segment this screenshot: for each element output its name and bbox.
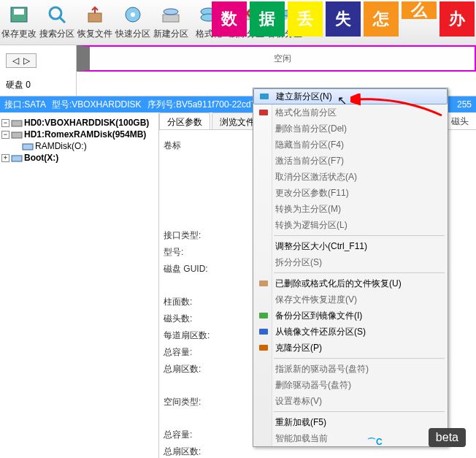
recover-file-button[interactable]: 恢复文件 — [76, 0, 114, 45]
toolbar-label: 保存更改 — [1, 28, 37, 40]
quick-partition-button[interactable]: 快速分区 — [114, 0, 152, 45]
menu-item[interactable]: 备份分区到镜像文件(I) — [253, 308, 448, 324]
svg-rect-18 — [260, 93, 269, 99]
menu-item[interactable]: 从镜像文件还原分区(S) — [253, 324, 448, 340]
back-icon: ◁ — [12, 56, 19, 66]
new-partition-button[interactable]: 新建分区 — [152, 0, 190, 45]
menu-item: 指派新的驱动器号(盘符) — [253, 361, 448, 377]
tree-item-hd1[interactable]: −HD1:RomexRAMDisk(954MB) — [1, 129, 157, 140]
tab-partition-params[interactable]: 分区参数 — [159, 112, 210, 129]
menu-item-label: 隐藏当前分区(F4) — [275, 139, 344, 151]
svg-line-3 — [60, 18, 65, 23]
menu-item-label: 激活当前分区(F7) — [275, 155, 344, 167]
menu-item: 转换为逻辑分区(L) — [253, 217, 448, 233]
status-interface: 接口:SATA — [4, 99, 46, 111]
pcbeta-logo: ⌒C beta — [367, 423, 466, 452]
menu-item-label: 转换为主分区(M) — [275, 203, 341, 215]
search-partition-button[interactable]: 搜索分区 — [38, 0, 76, 45]
fwd-icon: ▷ — [23, 56, 30, 66]
svg-rect-20 — [259, 280, 268, 286]
svg-rect-19 — [259, 110, 268, 115]
menu-item-label: 格式化当前分区 — [275, 107, 337, 119]
svg-rect-4 — [88, 13, 101, 22]
tree-item-boot[interactable]: +Boot(X:) — [1, 152, 157, 164]
bak-icon — [258, 310, 269, 321]
menu-item-label: 更改分区参数(F11) — [275, 187, 349, 199]
menu-item: 设置卷标(V) — [253, 393, 448, 409]
drive-icon — [11, 153, 23, 163]
menu-item[interactable]: 调整分区大小(Ctrl_F11) — [253, 238, 448, 254]
save-button[interactable]: 保存更改 — [0, 0, 38, 45]
svg-point-8 — [164, 9, 178, 15]
menu-separator — [274, 358, 445, 359]
logo-beta-badge: beta — [429, 428, 466, 447]
menu-item: 删除当前分区(Del) — [253, 121, 448, 137]
menu-separator — [274, 411, 445, 412]
menu-item-label: 智能加载当前 — [275, 432, 328, 445]
free-space-label: 空闲 — [274, 53, 291, 65]
svg-rect-21 — [259, 313, 268, 318]
nav-arrows[interactable]: ◁▷ — [6, 53, 37, 68]
menu-item-label: 保存文件恢复进度(V) — [275, 294, 357, 306]
svg-rect-22 — [259, 329, 268, 335]
disk-map-free[interactable]: 空闲 — [77, 45, 476, 72]
banner-char: 丢 — [288, 1, 323, 37]
logo-icon: ⌒C — [367, 423, 426, 452]
tree-item-hd0[interactable]: −HD0:VBOXHARDDISK(100GB) — [1, 117, 157, 129]
status-serial: 序列号:BV5a911f700-22cd7f — [147, 99, 258, 111]
menu-separator — [274, 272, 445, 273]
rec-icon — [258, 278, 269, 289]
menu-item[interactable]: 已删除或格式化后的文件恢复(U) — [253, 275, 448, 291]
banner-char: 数 — [212, 1, 247, 37]
menu-item: 转换为主分区(M) — [253, 201, 448, 217]
menu-separator — [274, 235, 445, 236]
status-model: 型号:VBOXHARDDISK — [52, 99, 142, 111]
menu-item[interactable]: 克隆分区(P) — [253, 340, 448, 356]
svg-rect-7 — [163, 15, 179, 22]
menu-item: 隐藏当前分区(F4) — [253, 137, 448, 153]
disk-icon — [11, 129, 23, 140]
menu-item[interactable]: 建立新分区(N) — [253, 88, 448, 104]
tree-item-ramdisk[interactable]: RAMDisk(O:) — [1, 140, 157, 152]
menu-item: 更改分区参数(F11) — [253, 185, 448, 201]
tree-label: RAMDisk(O:) — [35, 141, 87, 151]
banner-char: 办 — [439, 1, 475, 37]
disk-label: 硬盘 0 — [6, 72, 76, 91]
tree-label: Boot(X:) — [24, 153, 58, 163]
menu-item-label: 已删除或格式化后的文件恢复(U) — [275, 278, 402, 290]
menu-item-label: 重新加载(F5) — [275, 416, 326, 429]
expand-icon[interactable]: + — [1, 154, 9, 162]
toolbar-label: 新建分区 — [153, 28, 188, 40]
menu-item-label: 设置卷标(V) — [275, 395, 322, 408]
menu-item-label: 从镜像文件还原分区(S) — [275, 326, 366, 338]
menu-item-label: 删除当前分区(Del) — [275, 123, 347, 135]
disk-icon — [258, 91, 270, 102]
menu-item-label: 备份分区到镜像文件(I) — [275, 310, 362, 322]
menu-item-label: 拆分分区(S) — [275, 256, 322, 269]
x-icon — [258, 107, 269, 118]
res-icon — [258, 326, 269, 337]
menu-item-label: 指派新的驱动器号(盘符) — [275, 363, 369, 375]
menu-item-label: 取消分区激活状态(A) — [275, 171, 357, 183]
tree-label: HD0:VBOXHARDDISK(100GB) — [24, 118, 149, 128]
main-toolbar: 保存更改 搜索分区 恢复文件 快速分区 新建分区 格式化 删除分区 备份分区 数… — [0, 0, 476, 45]
toolbar-label: 恢复文件 — [77, 28, 112, 40]
ad-banner[interactable]: 数 据 丢 失 怎 么 办 — [210, 0, 476, 45]
menu-item-label: 转换为逻辑分区(L) — [275, 219, 348, 232]
disk-tree: −HD0:VBOXHARDDISK(100GB) −HD1:RomexRAMDi… — [0, 112, 159, 458]
menu-item-label: 克隆分区(P) — [275, 342, 322, 354]
menu-item-label: 删除驱动器号(盘符) — [275, 379, 351, 392]
drive-icon — [22, 141, 34, 151]
menu-item: 删除驱动器号(盘符) — [253, 377, 448, 393]
menu-item: 拆分分区(S) — [253, 254, 448, 270]
collapse-icon[interactable]: − — [1, 131, 9, 139]
menu-item: 格式化当前分区 — [253, 104, 448, 121]
svg-rect-23 — [259, 345, 268, 351]
svg-rect-17 — [12, 156, 22, 161]
banner-char: 失 — [326, 1, 361, 37]
menu-item: 激活当前分区(F7) — [253, 153, 448, 169]
banner-char: 么 — [402, 1, 437, 19]
collapse-icon[interactable]: − — [1, 119, 9, 127]
toolbar-label: 快速分区 — [115, 28, 150, 40]
menu-item-label: 调整分区大小(Ctrl_F11) — [275, 240, 367, 253]
